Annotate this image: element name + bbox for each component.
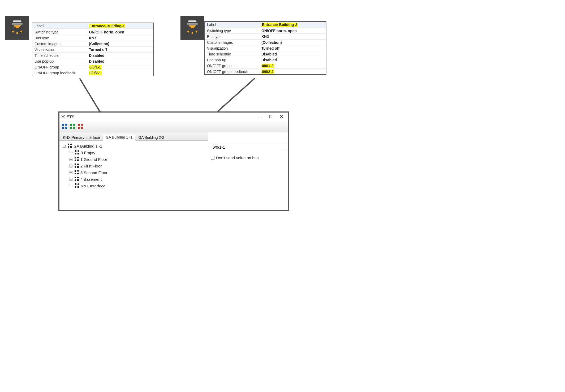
property-value: (Collection): [261, 40, 282, 45]
svg-rect-42: [77, 170, 79, 172]
ets-tree[interactable]: −GA Building 1 -10 Empty+1 Ground Floor+…: [59, 141, 208, 210]
svg-rect-48: [77, 179, 79, 181]
property-row[interactable]: Bus typeKNX: [205, 33, 326, 39]
ets-tab[interactable]: GA Building 1 -1: [103, 134, 135, 141]
property-row[interactable]: ON/OFF group feedback0/0/2-2: [205, 68, 326, 74]
property-label: Switching type: [207, 29, 261, 33]
property-row[interactable]: Time scheduleDisabled: [205, 51, 326, 57]
svg-rect-31: [75, 153, 76, 154]
svg-rect-34: [77, 157, 79, 158]
svg-rect-21: [78, 124, 80, 126]
svg-point-2: [16, 32, 18, 34]
toolbar-grid-icon[interactable]: [77, 123, 83, 129]
property-label: Use pop-up: [207, 58, 261, 62]
dont-send-label: Don't send value on bus: [216, 156, 258, 160]
svg-rect-28: [70, 146, 72, 148]
minimize-button[interactable]: —: [255, 114, 265, 119]
property-value: Disabled: [261, 52, 277, 56]
property-row[interactable]: LabelEntrance-Building-1: [32, 23, 153, 29]
svg-rect-18: [73, 124, 75, 126]
tree-expand-icon[interactable]: +: [70, 165, 72, 167]
property-row[interactable]: ON/OFF group feedback0/0/2-1: [32, 70, 153, 76]
tree-node[interactable]: KNX Interface: [61, 183, 206, 189]
svg-rect-45: [75, 177, 76, 178]
maximize-button[interactable]: [265, 114, 276, 119]
tree-expand-icon[interactable]: +: [70, 178, 72, 181]
property-value: 0/0/2-1: [89, 71, 102, 75]
tree-node[interactable]: −GA Building 1 -1: [61, 143, 206, 149]
tree-expand-icon[interactable]: +: [70, 171, 72, 174]
svg-rect-47: [75, 179, 76, 181]
property-label: Use pop-up: [34, 59, 89, 63]
property-value: Turned off: [261, 46, 279, 50]
property-row[interactable]: VisualizationTurned off: [205, 45, 326, 51]
property-row[interactable]: Time scheduleDisabled: [32, 52, 153, 58]
property-value: (Collection): [89, 42, 109, 46]
toolbar-grid-icon[interactable]: [70, 123, 75, 129]
svg-rect-49: [75, 183, 76, 185]
tree-collapse-icon[interactable]: −: [63, 145, 66, 148]
property-label: Time schedule: [34, 53, 89, 58]
property-row[interactable]: Use pop-upDisabled: [205, 57, 326, 63]
tree-node[interactable]: +1 Ground Floor: [61, 156, 206, 163]
property-label: Visualization: [34, 48, 89, 52]
property-value: KNX: [261, 35, 269, 39]
svg-point-3: [12, 31, 14, 33]
property-row[interactable]: Custom images(Collection): [32, 41, 153, 46]
svg-rect-6: [187, 23, 198, 24]
tree-node[interactable]: +4 Basement: [61, 176, 206, 183]
property-row[interactable]: Use pop-upDisabled: [32, 58, 153, 64]
tree-node-icon: [75, 157, 79, 162]
dont-send-checkbox[interactable]: [211, 156, 214, 160]
property-row[interactable]: Switching typeON/OFF norm. open: [205, 28, 326, 33]
svg-rect-0: [13, 20, 21, 22]
tree-node-icon: [75, 150, 80, 155]
property-value: Entrance-Building-1: [89, 24, 125, 28]
tree-node[interactable]: 0 Empty: [61, 149, 206, 156]
property-label: Switching type: [34, 30, 89, 34]
svg-rect-52: [77, 186, 79, 188]
property-label: ON/OFF group: [34, 65, 89, 69]
property-row[interactable]: ON/OFF group0/0/1-1: [32, 64, 153, 70]
svg-rect-5: [188, 20, 197, 22]
group-address-input[interactable]: [211, 144, 285, 150]
ets-tab[interactable]: GA Building 2-2: [135, 134, 167, 141]
toolbar-grid-icon[interactable]: [62, 123, 67, 129]
property-label: Label: [34, 24, 89, 28]
ets-titlebar[interactable]: ✲ ETS — ✕: [59, 113, 288, 120]
tree-connector-icon: [70, 150, 73, 153]
svg-rect-19: [70, 127, 72, 129]
property-row[interactable]: VisualizationTurned off: [32, 46, 153, 52]
tree-node-label: 4 Basement: [80, 177, 102, 182]
close-button[interactable]: ✕: [276, 114, 287, 119]
tree-node[interactable]: +2 First Floor: [61, 163, 206, 169]
tree-expand-icon[interactable]: +: [70, 158, 72, 161]
tree-node-icon: [68, 144, 72, 149]
property-value: 0/0/1-2: [261, 64, 274, 68]
svg-rect-22: [81, 124, 83, 126]
ets-window: ✲ ETS — ✕ KNX Primary InterfaceGA Buildi…: [58, 111, 289, 211]
ets-side-panel: Don't send value on bus: [208, 132, 288, 210]
ets-tab[interactable]: KNX Primary Interface: [60, 134, 103, 141]
svg-rect-40: [77, 166, 79, 168]
property-row[interactable]: ON/OFF group0/0/1-2: [205, 63, 326, 68]
property-value: KNX: [89, 36, 97, 40]
svg-rect-25: [68, 144, 69, 145]
property-label: Label: [207, 23, 261, 27]
svg-rect-14: [65, 124, 67, 126]
property-row[interactable]: Switching typeON/OFF norm. open: [32, 29, 153, 35]
tree-connector-icon: [70, 183, 73, 186]
property-label: ON/OFF group feedback: [34, 71, 89, 75]
property-row[interactable]: Bus typeKNX: [32, 35, 153, 41]
property-value: Disabled: [261, 58, 277, 62]
svg-rect-26: [70, 144, 72, 145]
tree-node-label: KNX Interface: [81, 184, 105, 188]
light-icon: [5, 16, 29, 40]
tree-node[interactable]: +3 Second Floor: [61, 169, 206, 176]
tree-node-label: 1 Ground Floor: [80, 157, 107, 162]
svg-rect-20: [73, 127, 75, 129]
property-value: Disabled: [89, 53, 104, 58]
property-row[interactable]: Custom images(Collection): [205, 39, 326, 45]
property-row[interactable]: LabelEntrance-Building-2: [205, 22, 326, 28]
light-icon: [180, 16, 204, 40]
